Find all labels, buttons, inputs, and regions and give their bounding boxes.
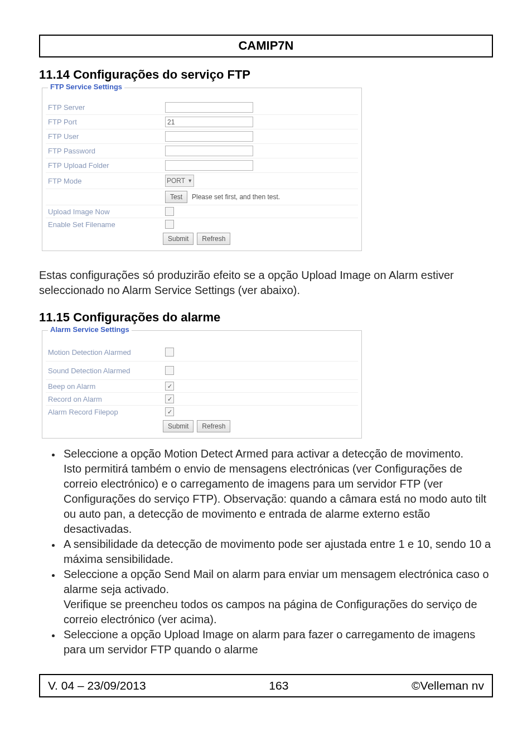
list-item: A sensibilidade da detecção de movimento…: [61, 537, 493, 567]
footer-version: V. 04 – 23/09/2013: [48, 679, 146, 692]
motion-detection-checkbox[interactable]: [165, 348, 174, 357]
product-name: CAMIP7N: [40, 36, 492, 56]
alarm-filepop-checkbox[interactable]: ✓: [165, 407, 174, 416]
enable-filename-label: Enable Set Filename: [48, 220, 165, 229]
ftp-mode-row: FTP Mode PORT ▼: [46, 173, 358, 189]
record-on-alarm-row: Record on Alarm ✓: [46, 393, 358, 406]
alarm-filepop-label: Alarm Record Filepop: [48, 408, 165, 416]
ftp-folder-label: FTP Upload Folder: [48, 161, 165, 170]
ftp-refresh-button[interactable]: Refresh: [197, 233, 230, 245]
sound-detection-checkbox[interactable]: [165, 366, 174, 375]
ftp-user-input[interactable]: [165, 131, 253, 142]
sound-detection-label: Sound Detection Alarmed: [48, 367, 165, 375]
section-1-heading: 11.14 Configurações do serviço FTP: [39, 68, 493, 82]
upload-image-now-label: Upload Image Now: [48, 208, 165, 216]
ftp-test-row: Test Please set first, and then test.: [46, 189, 358, 205]
ftp-server-row: FTP Server: [46, 100, 358, 115]
alarm-service-settings-panel: Alarm Service Settings Motion Detection …: [42, 330, 362, 439]
upload-image-now-checkbox[interactable]: [165, 207, 174, 216]
ftp-user-label: FTP User: [48, 132, 165, 141]
record-on-alarm-label: Record on Alarm: [48, 395, 165, 403]
ftp-button-row: Submit Refresh: [163, 233, 358, 245]
chevron-down-icon: ▼: [187, 178, 192, 184]
ftp-port-label: FTP Port: [48, 118, 165, 126]
motion-detection-label: Motion Detection Alarmed: [48, 348, 165, 357]
beep-on-alarm-label: Beep on Alarm: [48, 382, 165, 391]
list-item: Seleccione a opção Motion Detect Armed p…: [61, 446, 493, 537]
ftp-submit-button[interactable]: Submit: [163, 233, 194, 245]
alarm-submit-button[interactable]: Submit: [163, 420, 194, 432]
beep-on-alarm-row: Beep on Alarm ✓: [46, 380, 358, 393]
enable-filename-row: Enable Set Filename: [46, 218, 358, 230]
test-hint: Please set first, and then test.: [192, 193, 280, 201]
test-button[interactable]: Test: [165, 191, 187, 203]
ftp-service-settings-panel: FTP Service Settings FTP Server FTP Port…: [42, 88, 362, 251]
ftp-server-label: FTP Server: [48, 103, 165, 112]
enable-filename-checkbox[interactable]: [165, 220, 174, 229]
paragraph-1: Estas configurações só produzirão efeito…: [39, 268, 493, 298]
ftp-panel-legend: FTP Service Settings: [48, 83, 124, 91]
footer-box: V. 04 – 23/09/2013 163 ©Velleman nv: [39, 674, 493, 697]
sound-detection-row: Sound Detection Alarmed: [46, 362, 358, 380]
record-on-alarm-checkbox[interactable]: ✓: [165, 394, 174, 403]
alarm-filepop-row: Alarm Record Filepop ✓: [46, 406, 358, 418]
alarm-panel-legend: Alarm Service Settings: [48, 325, 132, 334]
bullet-list: Seleccione a opção Motion Detect Armed p…: [39, 446, 493, 657]
footer-page: 163: [269, 679, 288, 692]
beep-on-alarm-checkbox[interactable]: ✓: [165, 382, 174, 391]
ftp-mode-value: PORT: [167, 177, 185, 185]
ftp-port-row: FTP Port: [46, 115, 358, 129]
ftp-server-input[interactable]: [165, 102, 253, 113]
alarm-refresh-button[interactable]: Refresh: [197, 420, 230, 432]
ftp-mode-label: FTP Mode: [48, 177, 165, 185]
ftp-mode-select[interactable]: PORT ▼: [165, 175, 194, 187]
alarm-button-row: Submit Refresh: [163, 420, 358, 432]
motion-detection-row: Motion Detection Alarmed: [46, 343, 358, 362]
ftp-port-input[interactable]: [165, 117, 253, 127]
header-box: CAMIP7N: [39, 35, 493, 57]
upload-image-now-row: Upload Image Now: [46, 205, 358, 218]
ftp-user-row: FTP User: [46, 129, 358, 144]
ftp-folder-input[interactable]: [165, 160, 253, 171]
ftp-folder-row: FTP Upload Folder: [46, 158, 358, 173]
footer-copyright: ©Velleman nv: [412, 679, 484, 692]
section-2-heading: 11.15 Configurações do alarme: [39, 310, 493, 325]
ftp-password-input[interactable]: [165, 146, 253, 156]
ftp-password-label: FTP Password: [48, 147, 165, 155]
list-item: Seleccione a opção Send Mail on alarm pa…: [61, 567, 493, 627]
ftp-password-row: FTP Password: [46, 144, 358, 158]
list-item: Seleccione a opção Upload Image on alarm…: [61, 627, 493, 657]
